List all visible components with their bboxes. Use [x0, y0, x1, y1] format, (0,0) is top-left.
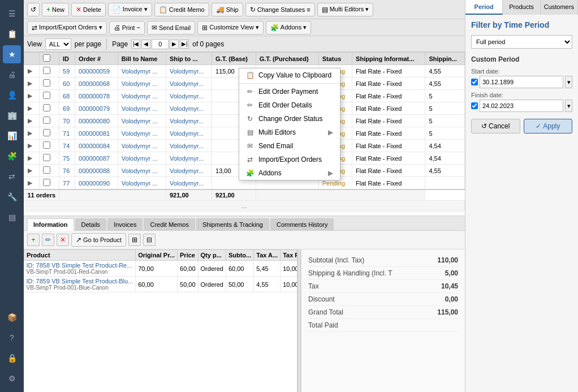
prod-col-tax-percent[interactable]: Tax P... [281, 250, 297, 261]
row-expand[interactable]: ▶ [24, 140, 40, 152]
new-button[interactable]: + + New New [42, 3, 69, 16]
row-expand[interactable]: ▶ [24, 102, 40, 115]
row-id[interactable]: 75 [59, 152, 75, 165]
col-gt-purchased[interactable]: G.T. (Purchased) [256, 53, 318, 65]
credit-memo-button[interactable]: 📋 Credit Memo [154, 3, 209, 16]
col-gt-base[interactable]: G.T. (Base) [212, 53, 256, 65]
row-checkbox[interactable] [40, 177, 59, 190]
row-ship-to[interactable]: Volodymyr... [166, 77, 212, 90]
row-id[interactable]: 69 [59, 102, 75, 115]
finish-date-cal-button[interactable]: ▾ [565, 100, 572, 112]
row-ship-to[interactable]: Volodymyr... [166, 165, 212, 177]
send-email-button[interactable]: ✉ Send Email [147, 21, 195, 35]
page-last-button[interactable]: ▶| [180, 40, 189, 49]
prod-col-qty[interactable]: Qty p... [198, 250, 226, 261]
row-expand[interactable]: ▶ [24, 90, 40, 102]
wrench-icon[interactable]: 🔧 [3, 188, 21, 206]
row-order[interactable]: 000000090 [75, 177, 118, 190]
person-icon[interactable]: 👤 [3, 86, 21, 104]
box-icon[interactable]: 📦 [3, 308, 21, 326]
transfer-icon[interactable]: ⇄ [3, 167, 21, 186]
tab-credit-memos[interactable]: Credit Memos [144, 218, 195, 230]
columns-button[interactable]: ⊞ [128, 234, 141, 246]
row-order[interactable]: 000000081 [75, 127, 118, 140]
col-shipping2[interactable]: Shippin... [425, 53, 465, 65]
gear-icon[interactable]: ⚙ [3, 369, 21, 387]
star-icon[interactable]: ★ [3, 45, 21, 63]
add-product-button[interactable]: + [27, 234, 40, 246]
tab-information[interactable]: Information [27, 218, 74, 231]
delete-button[interactable]: ✕ Delete [71, 3, 106, 16]
right-tab-customers[interactable]: Customers [541, 0, 578, 15]
row-checkbox[interactable] [40, 65, 59, 77]
start-date-cal-button[interactable]: ▾ [565, 76, 572, 88]
row-checkbox[interactable] [40, 140, 59, 152]
multi-editors-button[interactable]: ▤ Multi Editors ▾ [317, 3, 374, 16]
col-shipping-info[interactable]: Shipping Informat... [352, 53, 425, 65]
row-bill-to[interactable]: Volodymyr ... [118, 140, 166, 152]
invoice-button[interactable]: 📄 Invoice ▾ [108, 3, 152, 16]
row-expand[interactable]: ▶ [24, 177, 40, 190]
prod-col-price[interactable]: Price [178, 250, 199, 261]
row-checkbox[interactable] [40, 102, 59, 115]
row-id[interactable]: 74 [59, 140, 75, 152]
col-bill-to[interactable]: Bill to Name [118, 53, 166, 65]
row-ship-to[interactable]: Volodymyr... [166, 102, 212, 115]
apply-filter-button[interactable]: ✓ Apply [524, 119, 573, 133]
print-sidebar-icon[interactable]: 🖨 [3, 66, 21, 84]
lock-icon[interactable]: 🔒 [3, 349, 21, 367]
row-expand[interactable]: ▶ [24, 77, 40, 90]
row-bill-to[interactable]: Volodymyr ... [118, 152, 166, 165]
edit-product-button[interactable]: ✏ [42, 234, 54, 246]
refresh-button[interactable]: ↺ [27, 3, 40, 16]
prod-col-product[interactable]: Product [24, 250, 136, 261]
change-statuses-button[interactable]: ↻ Change Statuses ≡ [245, 3, 315, 16]
start-date-input[interactable] [480, 76, 563, 88]
row-bill-to[interactable]: Volodymyr ... [118, 65, 166, 77]
puzzle-icon[interactable]: 🧩 [3, 147, 21, 165]
col-checkbox[interactable] [40, 53, 59, 65]
context-menu-item[interactable]: ✉ Send Email [239, 139, 340, 153]
period-select[interactable]: Full period [471, 35, 572, 49]
row-bill-to[interactable]: Volodymyr ... [118, 77, 166, 90]
row-ship-to[interactable]: Volodymyr... [166, 177, 212, 190]
col-order[interactable]: Order # [75, 53, 118, 65]
row-checkbox[interactable] [40, 90, 59, 102]
row-bill-to[interactable]: Volodymyr ... [118, 115, 166, 127]
row-checkbox[interactable] [40, 152, 59, 165]
chart-icon[interactable]: 📊 [3, 127, 21, 145]
row-expand[interactable]: ▶ [24, 115, 40, 127]
row-checkbox[interactable] [40, 77, 59, 90]
row-bill-to[interactable]: Volodymyr ... [118, 102, 166, 115]
col-id[interactable]: ID [59, 53, 75, 65]
cancel-filter-button[interactable]: ↺ Cancel [471, 119, 520, 133]
orders-icon[interactable]: 📋 [3, 25, 21, 43]
tab-shipments[interactable]: Shipments & Tracking [196, 218, 269, 230]
context-menu-item[interactable]: ✏ Edit Order Details [239, 98, 340, 112]
row-order[interactable]: 000000087 [75, 152, 118, 165]
row-ship-to[interactable]: Volodymyr... [166, 140, 212, 152]
tab-details[interactable]: Details [75, 218, 107, 230]
row-order[interactable]: 000000079 [75, 102, 118, 115]
row-order[interactable]: 000000068 [75, 77, 118, 90]
row-checkbox[interactable] [40, 127, 59, 140]
row-expand[interactable]: ▶ [24, 152, 40, 165]
context-menu-item[interactable]: 🧩 Addons ▶ [239, 166, 340, 180]
start-date-checkbox[interactable] [471, 79, 478, 85]
row-expand[interactable]: ▶ [24, 127, 40, 140]
row-expand[interactable]: ▶ [24, 65, 40, 77]
row-id[interactable]: 71 [59, 127, 75, 140]
import-export-button[interactable]: ⇄ Import/Export Orders ▾ [27, 21, 107, 35]
split-button[interactable]: ⊟ [143, 234, 156, 246]
prod-col-subtotal[interactable]: Subto... [226, 250, 253, 261]
customize-view-button[interactable]: ⊞ Customize View ▾ [197, 21, 264, 35]
row-ship-to[interactable]: Volodymyr... [166, 152, 212, 165]
right-tab-period[interactable]: Period [465, 0, 503, 15]
finish-date-input[interactable] [480, 100, 563, 112]
row-ship-to[interactable]: Volodymyr... [166, 90, 212, 102]
prod-col-tax-amount[interactable]: Tax A... [254, 250, 281, 261]
building-icon[interactable]: 🏢 [3, 106, 21, 124]
context-menu-item[interactable]: ✏ Edit Order Payment [239, 85, 340, 98]
row-bill-to[interactable]: Volodymyr ... [118, 165, 166, 177]
prod-col-orig-price[interactable]: Original Pr... [136, 250, 178, 261]
